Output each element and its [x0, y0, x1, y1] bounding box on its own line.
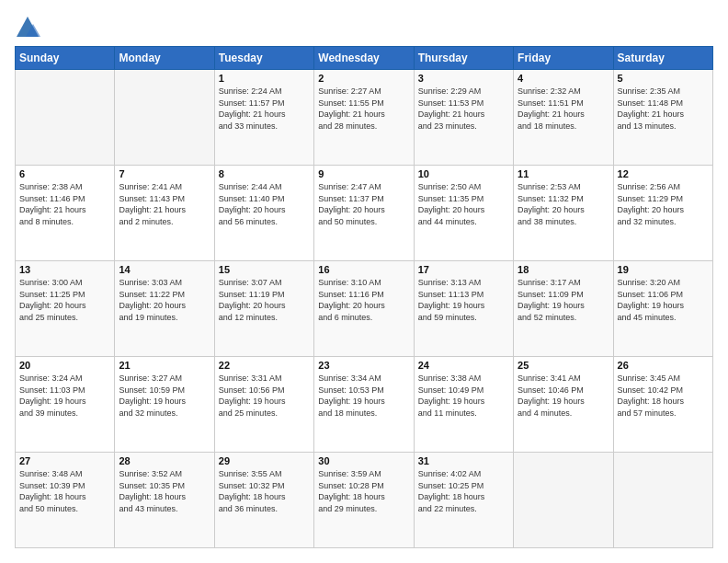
day-info: Sunrise: 2:29 AMSunset: 11:53 PMDaylight…: [418, 86, 509, 132]
calendar-cell: 13Sunrise: 3:00 AMSunset: 11:25 PMDaylig…: [16, 261, 115, 357]
calendar-header-monday: Monday: [115, 47, 214, 70]
calendar-cell: 25Sunrise: 3:41 AMSunset: 10:46 PMDaylig…: [514, 357, 613, 453]
calendar-cell: 17Sunrise: 3:13 AMSunset: 11:13 PMDaylig…: [414, 261, 513, 357]
day-number: 1: [219, 73, 310, 84]
day-number: 19: [618, 264, 709, 275]
day-info: Sunrise: 2:56 AMSunset: 11:29 PMDaylight…: [618, 181, 709, 227]
calendar-cell: 3Sunrise: 2:29 AMSunset: 11:53 PMDayligh…: [414, 70, 513, 166]
day-number: 7: [119, 168, 210, 179]
calendar-cell: 31Sunrise: 4:02 AMSunset: 10:25 PMDaylig…: [414, 453, 513, 548]
day-number: 30: [318, 455, 409, 466]
day-number: 23: [318, 360, 409, 371]
day-info: Sunrise: 3:41 AMSunset: 10:46 PMDaylight…: [518, 373, 609, 419]
calendar-table: SundayMondayTuesdayWednesdayThursdayFrid…: [15, 46, 713, 548]
day-number: 6: [19, 168, 110, 179]
calendar-week-4: 20Sunrise: 3:24 AMSunset: 11:03 PMDaylig…: [16, 357, 713, 453]
calendar-cell: 7Sunrise: 2:41 AMSunset: 11:43 PMDayligh…: [115, 166, 214, 261]
day-info: Sunrise: 2:53 AMSunset: 11:32 PMDaylight…: [518, 181, 609, 227]
day-info: Sunrise: 3:31 AMSunset: 10:56 PMDaylight…: [219, 373, 310, 419]
calendar-cell: 12Sunrise: 2:56 AMSunset: 11:29 PMDaylig…: [613, 166, 712, 261]
calendar-cell: 30Sunrise: 3:59 AMSunset: 10:28 PMDaylig…: [314, 453, 414, 548]
calendar-header-tuesday: Tuesday: [214, 47, 313, 70]
day-number: 11: [518, 168, 609, 179]
day-info: Sunrise: 2:44 AMSunset: 11:40 PMDaylight…: [219, 181, 310, 227]
day-info: Sunrise: 3:52 AMSunset: 10:35 PMDaylight…: [119, 468, 210, 514]
day-number: 31: [418, 455, 509, 466]
calendar-cell: 15Sunrise: 3:07 AMSunset: 11:19 PMDaylig…: [214, 261, 313, 357]
day-info: Sunrise: 2:47 AMSunset: 11:37 PMDaylight…: [318, 181, 409, 227]
day-number: 28: [119, 455, 210, 466]
calendar-cell: 9Sunrise: 2:47 AMSunset: 11:37 PMDayligh…: [314, 166, 414, 261]
calendar-cell: 21Sunrise: 3:27 AMSunset: 10:59 PMDaylig…: [115, 357, 214, 453]
day-info: Sunrise: 3:55 AMSunset: 10:32 PMDaylight…: [219, 468, 310, 514]
day-info: Sunrise: 2:50 AMSunset: 11:35 PMDaylight…: [418, 181, 509, 227]
day-info: Sunrise: 3:38 AMSunset: 10:49 PMDaylight…: [418, 373, 509, 419]
day-number: 26: [618, 360, 709, 371]
day-number: 17: [418, 264, 509, 275]
day-number: 13: [19, 264, 110, 275]
day-number: 25: [518, 360, 609, 371]
calendar-cell: [514, 453, 613, 548]
day-info: Sunrise: 3:07 AMSunset: 11:19 PMDaylight…: [219, 277, 310, 323]
header: [15, 15, 713, 40]
calendar-week-2: 6Sunrise: 2:38 AMSunset: 11:46 PMDayligh…: [16, 166, 713, 261]
day-number: 2: [318, 73, 409, 84]
day-number: 20: [19, 360, 110, 371]
calendar-header-row: SundayMondayTuesdayWednesdayThursdayFrid…: [16, 47, 713, 70]
day-info: Sunrise: 3:17 AMSunset: 11:09 PMDaylight…: [518, 277, 609, 323]
day-number: 8: [219, 168, 310, 179]
day-number: 14: [119, 264, 210, 275]
calendar-cell: 1Sunrise: 2:24 AMSunset: 11:57 PMDayligh…: [214, 70, 313, 166]
calendar-header-thursday: Thursday: [414, 47, 513, 70]
calendar-cell: 8Sunrise: 2:44 AMSunset: 11:40 PMDayligh…: [214, 166, 313, 261]
day-number: 22: [219, 360, 310, 371]
calendar-cell: 18Sunrise: 3:17 AMSunset: 11:09 PMDaylig…: [514, 261, 613, 357]
day-number: 27: [19, 455, 110, 466]
calendar-cell: 28Sunrise: 3:52 AMSunset: 10:35 PMDaylig…: [115, 453, 214, 548]
calendar-header-saturday: Saturday: [613, 47, 712, 70]
day-info: Sunrise: 3:00 AMSunset: 11:25 PMDaylight…: [19, 277, 110, 323]
calendar-cell: [16, 70, 115, 166]
calendar-cell: 16Sunrise: 3:10 AMSunset: 11:16 PMDaylig…: [314, 261, 414, 357]
calendar-week-5: 27Sunrise: 3:48 AMSunset: 10:39 PMDaylig…: [16, 453, 713, 548]
calendar-cell: 14Sunrise: 3:03 AMSunset: 11:22 PMDaylig…: [115, 261, 214, 357]
calendar-cell: 29Sunrise: 3:55 AMSunset: 10:32 PMDaylig…: [214, 453, 313, 548]
day-info: Sunrise: 2:41 AMSunset: 11:43 PMDaylight…: [119, 181, 210, 227]
day-info: Sunrise: 3:03 AMSunset: 11:22 PMDaylight…: [119, 277, 210, 323]
day-number: 3: [418, 73, 509, 84]
day-info: Sunrise: 3:13 AMSunset: 11:13 PMDaylight…: [418, 277, 509, 323]
day-info: Sunrise: 3:48 AMSunset: 10:39 PMDaylight…: [19, 468, 110, 514]
calendar-header-friday: Friday: [514, 47, 613, 70]
calendar-week-3: 13Sunrise: 3:00 AMSunset: 11:25 PMDaylig…: [16, 261, 713, 357]
calendar-cell: 23Sunrise: 3:34 AMSunset: 10:53 PMDaylig…: [314, 357, 414, 453]
day-info: Sunrise: 2:24 AMSunset: 11:57 PMDaylight…: [219, 86, 310, 132]
calendar-cell: [613, 453, 712, 548]
calendar-cell: [115, 70, 214, 166]
calendar-cell: 5Sunrise: 2:35 AMSunset: 11:48 PMDayligh…: [613, 70, 712, 166]
day-number: 5: [618, 73, 709, 84]
calendar-cell: 27Sunrise: 3:48 AMSunset: 10:39 PMDaylig…: [16, 453, 115, 548]
calendar-cell: 19Sunrise: 3:20 AMSunset: 11:06 PMDaylig…: [613, 261, 712, 357]
day-info: Sunrise: 2:27 AMSunset: 11:55 PMDaylight…: [318, 86, 409, 132]
day-number: 24: [418, 360, 509, 371]
calendar-cell: 22Sunrise: 3:31 AMSunset: 10:56 PMDaylig…: [214, 357, 313, 453]
day-info: Sunrise: 3:59 AMSunset: 10:28 PMDaylight…: [318, 468, 409, 514]
day-info: Sunrise: 2:32 AMSunset: 11:51 PMDaylight…: [518, 86, 609, 132]
day-info: Sunrise: 4:02 AMSunset: 10:25 PMDaylight…: [418, 468, 509, 514]
day-number: 15: [219, 264, 310, 275]
day-info: Sunrise: 3:10 AMSunset: 11:16 PMDaylight…: [318, 277, 409, 323]
day-info: Sunrise: 3:24 AMSunset: 11:03 PMDaylight…: [19, 373, 110, 419]
calendar-cell: 20Sunrise: 3:24 AMSunset: 11:03 PMDaylig…: [16, 357, 115, 453]
calendar-cell: 4Sunrise: 2:32 AMSunset: 11:51 PMDayligh…: [514, 70, 613, 166]
day-number: 9: [318, 168, 409, 179]
calendar-cell: 10Sunrise: 2:50 AMSunset: 11:35 PMDaylig…: [414, 166, 513, 261]
calendar-cell: 6Sunrise: 2:38 AMSunset: 11:46 PMDayligh…: [16, 166, 115, 261]
calendar-header-wednesday: Wednesday: [314, 47, 414, 70]
calendar-header-sunday: Sunday: [16, 47, 115, 70]
page: SundayMondayTuesdayWednesdayThursdayFrid…: [0, 0, 728, 563]
calendar-cell: 2Sunrise: 2:27 AMSunset: 11:55 PMDayligh…: [314, 70, 414, 166]
calendar-cell: 26Sunrise: 3:45 AMSunset: 10:42 PMDaylig…: [613, 357, 712, 453]
calendar-cell: 24Sunrise: 3:38 AMSunset: 10:49 PMDaylig…: [414, 357, 513, 453]
day-number: 10: [418, 168, 509, 179]
calendar-week-1: 1Sunrise: 2:24 AMSunset: 11:57 PMDayligh…: [16, 70, 713, 166]
